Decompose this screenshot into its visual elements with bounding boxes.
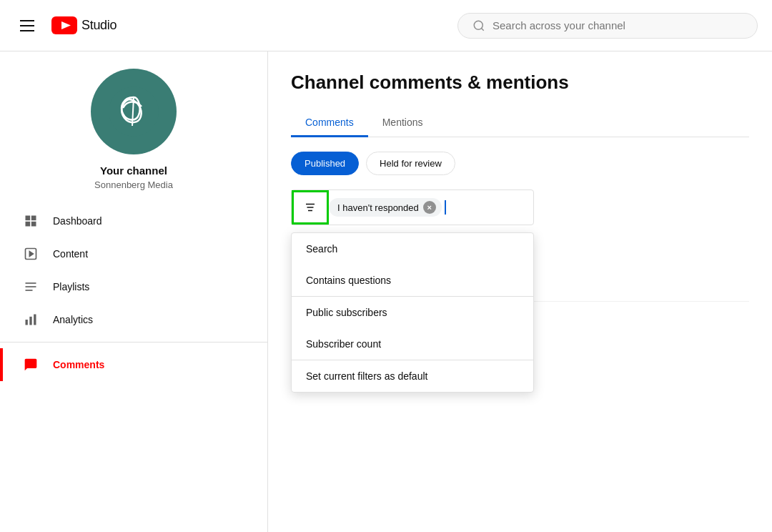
tab-mentions[interactable]: Mentions bbox=[368, 109, 437, 137]
svg-rect-7 bbox=[31, 216, 36, 221]
sidebar-item-dashboard[interactable]: Dashboard bbox=[0, 205, 267, 237]
dashboard-icon bbox=[23, 213, 39, 229]
sidebar-item-analytics[interactable]: Analytics bbox=[0, 303, 267, 336]
sidebar-label-playlists: Playlists bbox=[53, 281, 89, 292]
channel-avatar bbox=[91, 69, 177, 154]
svg-marker-11 bbox=[29, 252, 33, 257]
search-icon bbox=[472, 19, 485, 32]
filter-bar[interactable]: I haven't responded × bbox=[291, 189, 534, 225]
sidebar: Your channel Sonnenberg Media Dashboard … bbox=[0, 51, 268, 532]
tabs-bar: Comments Mentions bbox=[291, 109, 749, 137]
layout: Your channel Sonnenberg Media Dashboard … bbox=[0, 51, 772, 532]
svg-rect-6 bbox=[26, 216, 31, 221]
app-header: Studio bbox=[0, 0, 772, 51]
channel-avatar-icon bbox=[109, 87, 159, 137]
dropdown-item-search[interactable]: Search bbox=[292, 233, 533, 265]
svg-rect-8 bbox=[26, 222, 31, 227]
search-input[interactable] bbox=[493, 19, 743, 31]
pill-held[interactable]: Held for review bbox=[366, 152, 455, 175]
studio-label: Studio bbox=[81, 18, 117, 33]
tab-comments[interactable]: Comments bbox=[291, 109, 368, 137]
dropdown-item-contains-questions[interactable]: Contains questions bbox=[292, 265, 533, 296]
filter-dropdown-menu: Search Contains questions Public subscri… bbox=[291, 232, 534, 393]
sidebar-label-dashboard: Dashboard bbox=[53, 215, 102, 227]
svg-line-3 bbox=[481, 28, 483, 30]
dropdown-item-subscriber-count[interactable]: Subscriber count bbox=[292, 328, 533, 360]
header-left: Studio bbox=[14, 14, 117, 37]
sidebar-item-content[interactable]: Content bbox=[0, 237, 267, 270]
content-icon bbox=[23, 246, 39, 262]
sidebar-divider bbox=[0, 342, 267, 343]
filter-tag-close-icon[interactable]: × bbox=[423, 201, 436, 214]
analytics-icon bbox=[23, 312, 39, 327]
svg-rect-9 bbox=[31, 222, 36, 227]
filter-tag: I haven't responded × bbox=[329, 198, 442, 217]
pill-published[interactable]: Published bbox=[291, 152, 359, 175]
sidebar-label-content: Content bbox=[53, 248, 88, 260]
dropdown-item-public-subscribers[interactable]: Public subscribers bbox=[292, 297, 533, 328]
filter-tag-text: I haven't responded bbox=[337, 202, 419, 213]
svg-point-2 bbox=[474, 21, 482, 29]
page-title: Channel comments & mentions bbox=[291, 72, 749, 94]
svg-rect-16 bbox=[29, 317, 31, 325]
youtube-logo-icon bbox=[51, 16, 77, 34]
search-bar[interactable] bbox=[457, 13, 758, 39]
filter-button[interactable] bbox=[292, 190, 329, 225]
filter-dropdown-wrapper: I haven't responded × Search Contains qu… bbox=[291, 189, 749, 225]
nav-list: Dashboard Content Playlists Analytics bbox=[0, 205, 267, 381]
logo-link[interactable]: Studio bbox=[51, 16, 117, 34]
sidebar-label-comments: Comments bbox=[53, 359, 104, 370]
sidebar-item-comments[interactable]: Comments bbox=[0, 348, 267, 381]
menu-icon[interactable] bbox=[14, 14, 40, 37]
svg-rect-17 bbox=[34, 315, 36, 325]
comments-icon bbox=[23, 357, 39, 373]
channel-name: Your channel bbox=[100, 164, 167, 177]
dropdown-item-set-default[interactable]: Set current filters as default bbox=[292, 360, 533, 392]
sidebar-label-analytics: Analytics bbox=[53, 314, 93, 325]
svg-rect-15 bbox=[26, 320, 28, 325]
filter-pills-row: Published Held for review bbox=[291, 152, 749, 175]
channel-handle: Sonnenberg Media bbox=[94, 179, 173, 190]
sidebar-item-playlists[interactable]: Playlists bbox=[0, 270, 267, 303]
filter-cursor bbox=[445, 200, 446, 215]
filter-icon bbox=[304, 201, 317, 214]
main-content: Channel comments & mentions Comments Men… bbox=[268, 51, 772, 532]
playlists-icon bbox=[23, 279, 39, 295]
